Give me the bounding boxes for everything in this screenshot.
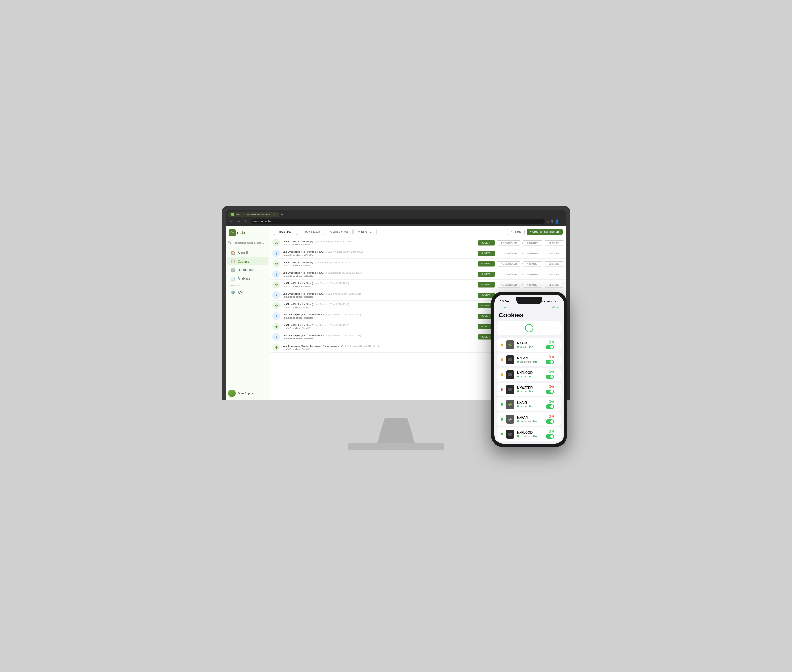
sidebar-item-residences[interactable]: 🏢 Résidences <box>227 266 268 274</box>
signal-subtitle: La VMC perd en efficacité <box>282 264 478 267</box>
sidebar-logo: netx « <box>226 226 269 239</box>
toggle-switch[interactable] <box>546 405 554 409</box>
action-controler[interactable]: A CONTRÔLER <box>496 251 521 256</box>
filter-label: Filtres <box>513 230 521 234</box>
add-device-button[interactable]: + <box>525 324 533 332</box>
create-signal-button[interactable]: + Créer un signalement <box>526 229 563 235</box>
action-traiter[interactable]: A TRAITER <box>523 261 543 267</box>
profile-icon[interactable]: 👤 <box>555 219 559 224</box>
list-item[interactable]: NXFLOOD Le Clos B ((·)) › <box>497 368 561 381</box>
collapse-sidebar-button[interactable]: « <box>265 231 266 235</box>
device-right: ((·)) <box>546 340 554 349</box>
status-ouvert[interactable]: OUVERT <box>478 282 495 288</box>
status-ouvert[interactable]: OUVERT <box>478 261 495 267</box>
reload-button[interactable]: ↻ <box>243 219 249 224</box>
signal-subtitle: Humidité trop basse détectée <box>282 296 478 298</box>
list-item[interactable]: NXFAN Les oliviers B ((·)) › <box>497 353 561 366</box>
residences-icon: 🏢 <box>231 267 235 272</box>
sidebar-search: 🔍 <box>226 239 269 246</box>
sidebar-item-analytics[interactable]: 📊 Analytics <box>227 274 268 283</box>
svg-rect-0 <box>508 358 511 362</box>
toggle-switch[interactable] <box>546 360 554 364</box>
tab-a-controler[interactable]: A contrôler (0) <box>325 229 353 235</box>
status-ouvert[interactable]: OUVERT <box>478 251 495 256</box>
signal-type-icon: 🌡 <box>273 270 280 278</box>
filter-button[interactable]: ≡ Filtres <box>507 229 524 235</box>
avatar <box>228 389 236 397</box>
tab-close-icon[interactable]: ✕ <box>273 213 276 216</box>
signal-subtitle: La VMC perd en efficacité <box>282 306 478 309</box>
toggle-switch[interactable] <box>546 434 554 438</box>
phone-nav-bar: ‹ < NetX ⊙ Filtres <box>494 304 564 310</box>
toggle-switch[interactable] <box>546 419 554 424</box>
action-cloture[interactable]: CLÔTURE <box>544 282 564 288</box>
tab-a-ouvrir[interactable]: A ouvrir (393) <box>298 229 324 235</box>
signal-info: Les Ombrages (Hall d'entrée (RDC)) il y … <box>282 313 478 319</box>
device-tags: Le Clos A <box>517 346 543 348</box>
phone-time: 10:54 <box>500 299 509 303</box>
toggle-switch[interactable] <box>546 345 554 349</box>
chevron-right-icon: › <box>556 373 558 376</box>
new-tab-button[interactable]: + <box>281 212 283 217</box>
signal-actions: OUVERT A CONTRÔLER A TRAITER CLÔTURE <box>478 272 564 277</box>
toggle-switch[interactable] <box>546 374 554 379</box>
sidebar-item-api[interactable]: ⚙️ API <box>227 288 268 297</box>
list-item[interactable]: NXFAN Les oliviers A ((·)) › <box>497 412 561 426</box>
phone-back-button[interactable]: ‹ < NetX <box>499 306 509 309</box>
sidebar-item-cookies[interactable]: 📋 Cookies <box>227 257 268 266</box>
forward-button[interactable]: → <box>236 219 241 224</box>
list-item[interactable]: NXAIR Le Clos A ((·)) › <box>497 397 561 411</box>
list-item[interactable]: NXAIR Le Clos A ((·)) › <box>497 338 561 352</box>
analytics-icon: 📊 <box>231 276 235 281</box>
action-cloture[interactable]: CLÔTURE <box>544 261 564 267</box>
sidebar-item-accueil[interactable]: 🏠 Accueil <box>227 249 268 257</box>
action-cloture[interactable]: CLÔTURE <box>544 272 564 277</box>
chevron-right-icon: › <box>556 403 558 406</box>
action-cloture[interactable]: CLÔTURE <box>544 251 564 256</box>
status-dot <box>500 373 503 376</box>
chevron-right-icon: › <box>556 388 558 391</box>
device-thumbnail <box>506 370 515 379</box>
tab-a-traiter[interactable]: A traiter (0) <box>353 229 377 235</box>
action-cloture[interactable]: CLÔTURE <box>544 240 564 246</box>
action-controler[interactable]: A CONTRÔLER <box>496 282 521 288</box>
signal-title: Le Clos (Bât 1 - 1er étage) il y a 2 heu… <box>282 282 478 285</box>
signal-type-icon: ⚙ <box>273 260 280 267</box>
action-controler[interactable]: A CONTRÔLER <box>496 261 521 267</box>
device-info: NXAIR Le Clos A <box>517 401 543 408</box>
logo-label: netx <box>237 230 245 235</box>
device-right: ((·)) <box>546 370 554 379</box>
action-traiter[interactable]: A TRAITER <box>523 240 543 246</box>
action-traiter[interactable]: A TRAITER <box>523 272 543 277</box>
action-controler[interactable]: A CONTRÔLER <box>496 272 521 277</box>
cookies-icon: 📋 <box>231 259 235 264</box>
user-name: Jean Dupont <box>237 392 254 395</box>
device-name: NXWATER <box>517 386 543 389</box>
toggle-switch[interactable] <box>546 389 554 394</box>
action-controler[interactable]: A CONTRÔLER <box>496 240 521 246</box>
phone-screen: 10:54 ▲▲▲ WiFi 6G ‹ < NetX ⊙ Filtres <box>494 295 564 444</box>
scene: NETX – Technologies résilient... ✕ + ← →… <box>206 206 586 466</box>
menu-icon[interactable]: ⋮ <box>560 219 564 224</box>
chevron-right-icon: › <box>556 343 558 346</box>
phone-filter-button[interactable]: ⊙ Filtres <box>549 306 560 309</box>
device-tags: Le Clos B <box>517 390 543 393</box>
search-input[interactable] <box>233 241 267 244</box>
status-ouvert[interactable]: OUVERT <box>478 240 495 246</box>
header-actions: ≡ Filtres + Créer un signalement <box>507 229 563 235</box>
extensions-icon[interactable]: ⧉ <box>551 219 553 224</box>
filter-circle-icon: ⊙ <box>549 306 551 309</box>
browser-tab-active[interactable]: NETX – Technologies résilient... ✕ <box>228 212 279 217</box>
status-ouvert[interactable]: OUVERT <box>478 272 495 277</box>
sidebar-label-analytics: Analytics <box>237 277 250 280</box>
action-traiter[interactable]: A TRAITER <box>523 251 543 256</box>
tab-tous[interactable]: Tous (393) <box>274 229 297 235</box>
list-item[interactable]: NXWATER Le Clos B ((·)) › <box>497 382 561 396</box>
device-tags: Le Clos B <box>517 375 543 378</box>
action-traiter[interactable]: A TRAITER <box>523 282 543 288</box>
back-button[interactable]: ← <box>228 219 234 224</box>
list-item[interactable]: NXFLOOD Les oliviers A ((·)) › <box>497 427 561 441</box>
signal-subtitle: Humidité trop basse détectée <box>282 337 478 340</box>
bookmark-icon[interactable]: ☆ <box>547 219 550 224</box>
address-bar[interactable]: netx.primal.tech <box>251 219 545 224</box>
